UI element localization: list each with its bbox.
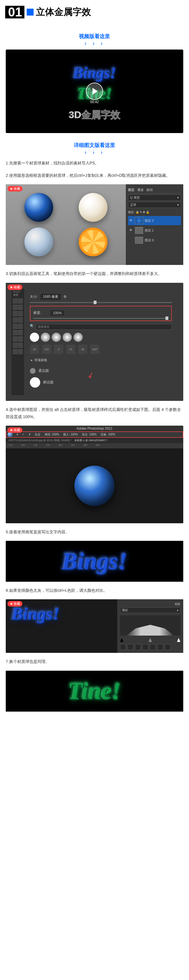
brush-size-preset[interactable]: 1027 (90, 345, 99, 354)
general-brushes-folder[interactable]: 常规画笔 (30, 357, 172, 363)
screenshot-mixer-options: 收藏 Adobe Photoshop 2021 ▾ ✓ ✗ 自定 潮湿: 100… (6, 426, 183, 523)
hardness-value: 100% (50, 310, 64, 316)
blend-mode-select[interactable]: 正常▾ (128, 202, 181, 208)
history-tool-icon[interactable] (13, 330, 17, 335)
pen-tool-icon[interactable] (18, 343, 23, 348)
dodge-tool-icon[interactable] (13, 343, 17, 348)
doc-tab-1[interactable]: 972773-20210613114105.jpg @ 221% (智能, RG… (9, 439, 71, 442)
size-label: 大小: (30, 294, 38, 299)
layer-2-row[interactable]: 图层 2 (128, 216, 181, 225)
layer-0-row[interactable]: 图层 0 (128, 235, 181, 245)
lasso-tool-icon[interactable] (13, 305, 17, 310)
paths-tab[interactable]: 路径 (146, 188, 153, 192)
flow-option[interactable]: 流量: 100% (101, 433, 115, 437)
preset-dropdown[interactable]: 预设▾ (120, 607, 180, 613)
screenshot-brush-settings: 收藏 01137像素 大小: 1685 像素 ⚙ 硬度: 100% (6, 283, 183, 401)
channels-tab[interactable]: 通道 (137, 188, 143, 192)
lock-label: 锁定: (128, 210, 135, 214)
brush-preset[interactable] (63, 332, 72, 342)
move-tool-icon[interactable] (13, 298, 17, 304)
brush-size-preset[interactable]: 123 (42, 345, 51, 354)
wand-tool-icon[interactable] (18, 305, 23, 310)
histogram-display[interactable] (120, 616, 180, 636)
brush-presets-row (30, 332, 172, 342)
glass-sphere (24, 228, 53, 256)
collect-badge[interactable]: 收藏 (8, 186, 22, 191)
eyedrop-gray-icon[interactable] (128, 644, 133, 650)
clip-icon[interactable] (142, 644, 148, 650)
black-point-slider[interactable] (120, 638, 123, 642)
step-3-text: 3.切换到混合器画笔工具，笔刷使用自带的第一个硬边圆，并调整到和材质球差不多大。 (6, 270, 183, 277)
brush-size-preset[interactable]: 10 (66, 345, 75, 354)
brush-preset[interactable] (30, 332, 39, 342)
blur-tool-icon[interactable] (18, 336, 23, 342)
eraser-tool-icon[interactable] (18, 330, 23, 335)
visibility-icon[interactable] (129, 228, 133, 232)
load-option[interactable]: 载入: 100% (63, 433, 78, 437)
result-bings-blue: Bings! (6, 541, 183, 582)
video-effect-label: 3D金属字效 (11, 108, 178, 121)
detail-version-link[interactable]: 详细图文版看这里 (6, 142, 183, 149)
delete-icon[interactable] (165, 644, 171, 650)
heal-tool-icon[interactable] (18, 317, 23, 323)
brush-tool-icon[interactable] (13, 324, 17, 329)
visibility-icon[interactable] (158, 644, 163, 650)
eyedrop-white-icon[interactable] (135, 644, 141, 650)
reset-icon[interactable] (150, 644, 156, 650)
size-slider[interactable] (30, 302, 172, 303)
ps-toolbar: 01137像素 (11, 288, 24, 395)
visibility-icon[interactable] (129, 219, 133, 223)
white-point-slider[interactable] (177, 638, 180, 642)
document-tabs: 972773-20210613114105.jpg @ 221% (智能, RG… (6, 438, 183, 443)
brush-search-input[interactable]: 搜索画笔 (36, 324, 172, 330)
type-filter[interactable]: Q 类型▾ (128, 195, 181, 201)
tool-option-icon[interactable]: ✗ (28, 433, 31, 436)
brush-size-preset[interactable]: 8 (54, 345, 63, 354)
path-tool-icon[interactable] (18, 349, 23, 354)
brush-preset[interactable] (52, 332, 61, 342)
hardness-slider[interactable] (33, 318, 169, 319)
screenshot-spheres: 收藏 图层 通道 路径 Q 类型▾ 正常▾ 锁定: 🔒 ✎ ✥ 🔓 图层 2 图… (6, 184, 183, 265)
eyedrop-black-icon[interactable] (120, 644, 126, 650)
collect-badge[interactable]: 收藏 (8, 601, 22, 606)
frame-tool-icon[interactable] (18, 311, 23, 316)
arrow-decoration: ⇣ ⇣ ⇣ (6, 41, 183, 46)
type-tool-icon[interactable] (13, 349, 17, 354)
layer-1-row[interactable]: 图层 1 (128, 226, 181, 235)
gray-point-slider[interactable] (148, 638, 152, 642)
video-preview[interactable]: Bings! Tine! 3D金属字效 00:42 (6, 49, 183, 133)
brush-size-preset[interactable]: 30 (30, 345, 39, 354)
size-value: 1685 像素 (41, 294, 61, 300)
layers-panel: 图层 通道 路径 Q 类型▾ 正常▾ 锁定: 🔒 ✎ ✥ 🔓 图层 2 图层 1… (126, 184, 183, 265)
doc-tab-2[interactable]: 未标题-1 @ 286%(RGB/8*) * (74, 439, 107, 442)
collect-badge[interactable]: 收藏 (8, 285, 22, 290)
layers-tab[interactable]: 图层 (128, 188, 134, 192)
tool-option-icon[interactable]: ✓ (22, 433, 24, 436)
collect-badge[interactable]: 收藏 (8, 427, 22, 433)
arrow-decoration: ⇣ ⇣ ⇣ (6, 150, 183, 154)
step-1-text: 1.先搜索一个材质球素材，找到合适的素材导入PS。 (6, 159, 183, 167)
layer-thumb (135, 217, 143, 224)
gradient-tool-icon[interactable] (13, 336, 17, 342)
canvas-area[interactable] (6, 449, 183, 523)
video-version-link[interactable]: 视频版看这里 (6, 33, 183, 40)
brush-size-preset[interactable]: 25 (78, 345, 87, 354)
marquee-tool-icon[interactable] (18, 298, 23, 304)
gear-icon[interactable]: ⚙ (63, 294, 67, 299)
mix-option[interactable]: 混合: 100% (82, 433, 96, 437)
brush-preset[interactable] (41, 332, 50, 342)
search-icon[interactable]: 🔍 (30, 324, 34, 330)
stamp-tool-icon[interactable] (18, 324, 23, 329)
hardness-highlight-box: 硬度: 100% (30, 306, 172, 321)
brush-preset[interactable] (74, 332, 83, 342)
tool-option-icon[interactable]: ▾ (17, 433, 18, 436)
wet-option[interactable]: 潮湿: 100% (44, 433, 59, 437)
result-text: Tine! (11, 679, 178, 703)
eyedrop-tool-icon[interactable] (13, 317, 17, 323)
soft-round-icon[interactable] (30, 368, 36, 374)
custom-preset-label[interactable]: 自定 (35, 433, 41, 437)
crop-tool-icon[interactable] (13, 311, 17, 316)
play-icon[interactable] (86, 83, 103, 100)
hard-round-icon[interactable] (30, 377, 40, 388)
hardness-label: 硬度: (33, 310, 48, 315)
